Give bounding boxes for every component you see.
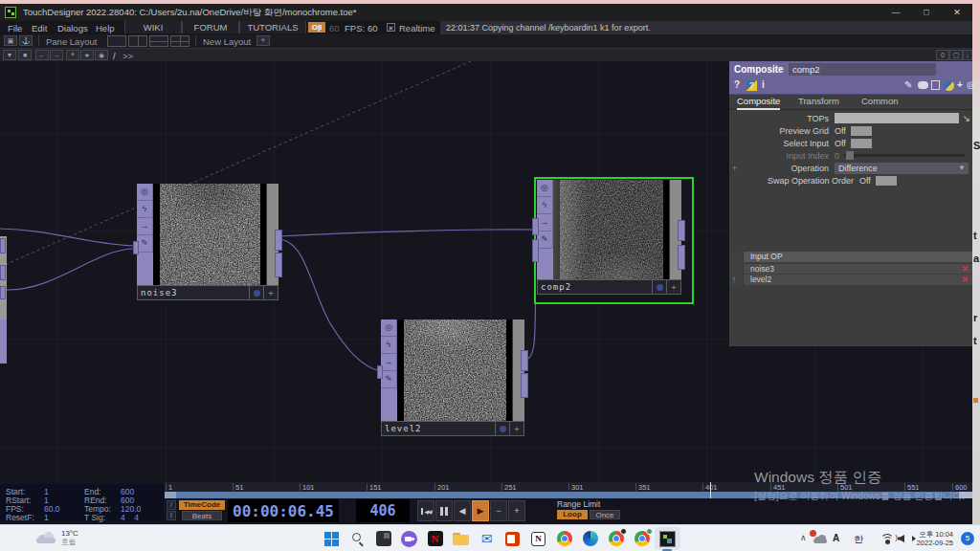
frame-display[interactable]: 406: [356, 499, 410, 522]
render-flag-icon[interactable]: →: [137, 218, 153, 235]
offscreen-node-sliver[interactable]: [0, 320, 7, 364]
python-help-icon[interactable]: ?: [746, 80, 757, 91]
once-button[interactable]: Once: [590, 510, 620, 519]
node-preview[interactable]: [153, 184, 266, 285]
step-minus-button[interactable]: −: [490, 500, 507, 521]
input-connector[interactable]: [377, 365, 383, 379]
node-add-button[interactable]: +: [263, 286, 278, 299]
help-icon[interactable]: ?: [734, 79, 740, 90]
oi-indicator[interactable]: O|I: [308, 22, 325, 33]
menu-help[interactable]: Help: [96, 23, 115, 33]
notification-badge[interactable]: 5: [961, 532, 974, 545]
node-add-button[interactable]: +: [666, 280, 680, 294]
pane-split-icon[interactable]: ▣: [4, 35, 17, 46]
menu-file[interactable]: File: [8, 23, 22, 33]
bypass-flag-icon[interactable]: ϟ: [381, 337, 397, 354]
forward-arrow-icon[interactable]: →: [50, 50, 63, 60]
input-connector[interactable]: [532, 218, 539, 235]
chrome-profile2-button[interactable]: [603, 527, 629, 550]
close-button[interactable]: ✕: [942, 4, 972, 21]
viewer-flag-icon[interactable]: ◎: [381, 320, 397, 337]
touchdesigner-taskbar-button[interactable]: [655, 527, 680, 550]
pane-type-menu-icon[interactable]: ▼: [3, 50, 16, 60]
breadcrumb-more[interactable]: >>: [122, 51, 133, 61]
operator-name-field[interactable]: comp2: [789, 63, 936, 76]
range-bar[interactable]: [165, 492, 972, 498]
step-back-button[interactable]: ◀: [454, 500, 471, 521]
edge-button[interactable]: [577, 527, 603, 550]
preview-grid-toggle[interactable]: [851, 126, 872, 136]
spiral-icon[interactable]: ◎: [967, 79, 970, 90]
realtime-checkbox[interactable]: ✕: [387, 23, 395, 32]
connector-tab[interactable]: [0, 265, 6, 280]
select-input-toggle[interactable]: [851, 139, 872, 148]
output-connector[interactable]: [521, 373, 528, 398]
copy-page-icon[interactable]: [931, 79, 940, 90]
taskbar-clock[interactable]: 오후 10:04 2022-09-25: [917, 530, 953, 547]
tray-chevron-icon[interactable]: ∧: [800, 533, 807, 542]
tutorials-link[interactable]: TUTORIALS: [239, 21, 306, 33]
office-button[interactable]: [500, 527, 525, 550]
chrome-profile3-button[interactable]: [629, 527, 655, 550]
tsig-value[interactable]: 4 4: [121, 513, 139, 522]
node-name[interactable]: level2: [382, 424, 495, 433]
output-connector[interactable]: [275, 230, 282, 251]
node-name[interactable]: noise3: [138, 288, 249, 298]
beats-mode-button[interactable]: Beats: [182, 511, 222, 520]
connector-tab[interactable]: [0, 286, 6, 299]
input-index-slider[interactable]: [844, 154, 965, 157]
add-layout-button[interactable]: +: [256, 35, 270, 46]
node-preview[interactable]: [397, 320, 512, 421]
breadcrumb[interactable]: /: [113, 51, 116, 61]
input-connector[interactable]: [133, 241, 139, 254]
loop-button[interactable]: Loop: [557, 510, 588, 519]
layout-preset-2[interactable]: [128, 35, 147, 47]
render-flag-icon[interactable]: →: [381, 354, 397, 371]
node-name[interactable]: comp2: [538, 282, 652, 292]
output-connector[interactable]: [678, 245, 685, 270]
new-layout-label[interactable]: New Layout: [203, 36, 251, 47]
op-pick-arrow-icon[interactable]: ↘: [963, 113, 970, 123]
render-flag-icon[interactable]: →: [537, 214, 553, 231]
ime-latin-icon[interactable]: A: [833, 533, 839, 543]
timecode-mode-button[interactable]: TimeCode: [179, 500, 225, 510]
comment-bubble-icon[interactable]: [918, 79, 928, 89]
pause-button[interactable]: [435, 500, 453, 521]
viewer-flag-icon[interactable]: ◎: [137, 184, 153, 201]
maximize-pane-button[interactable]: ▢: [949, 50, 963, 60]
node-level2[interactable]: ◎ ϟ → ✎ level2 +: [381, 320, 524, 436]
range-end-handle[interactable]: [959, 492, 972, 498]
playhead[interactable]: [710, 482, 711, 498]
chat-app-button[interactable]: [396, 527, 422, 550]
edit-pencil-icon[interactable]: ✎: [904, 79, 912, 90]
step-plus-button[interactable]: +: [508, 500, 525, 521]
connector-tab[interactable]: [0, 238, 6, 253]
menu-edit[interactable]: Edit: [32, 23, 47, 33]
error-count-button[interactable]: 0: [936, 50, 949, 60]
search-button[interactable]: [345, 527, 370, 550]
input-op-row-level2[interactable]: ↑ level2 ✕: [729, 274, 972, 285]
layout-preset-1[interactable]: [107, 35, 126, 47]
task-view-button[interactable]: [370, 527, 396, 550]
scale-button[interactable]: /: [167, 500, 176, 510]
start-button[interactable]: [319, 527, 345, 550]
rewind-button[interactable]: ◀◀: [417, 500, 434, 521]
output-connector[interactable]: [678, 220, 685, 241]
maximize-button[interactable]: □: [911, 4, 942, 21]
menu-dialogs[interactable]: Dialogs: [57, 23, 88, 33]
play-button[interactable]: ▶: [472, 500, 489, 521]
expand-icon[interactable]: +: [732, 164, 737, 173]
add-icon[interactable]: +: [66, 50, 79, 60]
viewer-flag-icon[interactable]: ◎: [537, 180, 553, 197]
netflix-button[interactable]: N: [422, 527, 448, 550]
bypass-flag-icon[interactable]: ϟ: [537, 197, 553, 214]
tab-composite[interactable]: Composite: [737, 96, 780, 110]
notion-button[interactable]: N: [525, 527, 551, 550]
output-connector[interactable]: [521, 350, 528, 371]
back-arrow-icon[interactable]: ←: [35, 50, 49, 60]
collapse-pane-button[interactable]: ↓: [963, 50, 972, 60]
bypass-flag-icon[interactable]: ϟ: [137, 201, 153, 218]
node-dot-button[interactable]: [495, 422, 509, 435]
pane-anchor-icon[interactable]: ⚓: [19, 35, 33, 46]
remove-input-icon[interactable]: ✕: [961, 275, 969, 285]
